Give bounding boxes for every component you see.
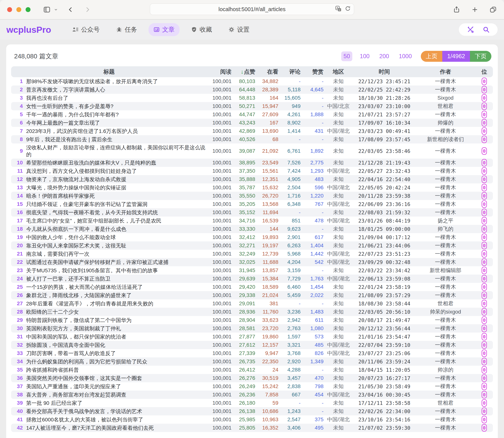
article-title[interactable]: 关于MU5735，我们收到1905条留言。其中有他们的故事 xyxy=(26,266,207,274)
table-row[interactable]: 21 南京城，需要我们再守一次 100,001 32,249 12,739 5,… xyxy=(11,250,493,258)
tab-overview-icon[interactable] xyxy=(489,6,497,13)
article-title[interactable]: 真没想到，西方文化入侵都摸到我们娃娃身边了 xyxy=(26,167,207,175)
sidebar-toggle-button[interactable] xyxy=(43,6,51,13)
reload-icon[interactable] xyxy=(345,6,351,13)
page-size-50[interactable]: 50 xyxy=(341,51,352,61)
table-row[interactable]: 2 普京再发檄文，万字演讲震撼人心 100,001 64,448 28,389 … xyxy=(11,86,493,94)
article-title[interactable]: 刀郎厉害啊，带着一首骂人的歌造反了 xyxy=(26,349,207,357)
column-header-position[interactable]: 位 xyxy=(476,68,493,76)
table-row[interactable]: 37 美国陷入严重通胀，滥印美元的报应来了 100,001 26,249 15,… xyxy=(11,382,493,391)
next-page-button[interactable]: 下页 xyxy=(470,51,491,62)
table-row[interactable]: 26 象群北迁，降雨线北移，大陆国家的盛世来了 100,001 29,338 2… xyxy=(11,291,493,299)
window-close-button[interactable] xyxy=(7,7,12,12)
table-row[interactable]: 5 千年一遇的暴雨，为什么我们年年都有? 100,001 44,747 27,6… xyxy=(11,110,493,119)
column-header-reads[interactable]: 阅读 xyxy=(207,68,232,76)
page-size-100[interactable]: 100 xyxy=(358,51,372,61)
table-row[interactable]: 6 今年网上最蠢的一篇文章出现了 100,001 43,243 167 8,90… xyxy=(11,119,493,127)
article-title[interactable]: 拯救过6000名犹太人的大英雄，被以色列当街宰了 xyxy=(26,416,207,424)
article-title[interactable]: 喜大普奔，商务部宣布对台湾发起贸易调查 xyxy=(26,391,207,399)
table-row[interactable]: 27 28年后重看《灌篮高手》，才明白青春就是用来失败的 100,001 29,… xyxy=(11,299,493,308)
page-size-200[interactable]: 200 xyxy=(377,51,391,61)
article-title[interactable]: 2023年3月，武汉的宾馆住进了1.6万名医护人员 xyxy=(26,127,207,135)
table-row[interactable]: 14 暗杀！伊朗首席核科学家惨死 100,001 35,550 26,720 1… xyxy=(11,192,493,200)
search-icon[interactable] xyxy=(483,26,490,33)
article-title[interactable]: 暗杀！伊朗首席核科学家惨死 xyxy=(26,192,207,200)
table-row[interactable]: 33 刀郎厉害啊，带着一首骂人的歌造反了 100,001 27,339 9,94… xyxy=(11,349,493,357)
article-title[interactable]: 毛主席口中的“女皇”，她官至中组部副部长，儿子仍是农民 xyxy=(26,217,207,225)
article-title[interactable]: 147人被活埋至今，磨7天洋工的美国政府看着他们去死 xyxy=(26,424,207,432)
table-row[interactable]: 31 中国和美国的军队，都只保护国家的统治者 100,001 27,877 19… xyxy=(11,333,493,341)
table-row[interactable]: 12 物资来了，京东物流对上海发动自杀式救援 100,001 35,888 12… xyxy=(11,175,493,183)
tools-icon[interactable] xyxy=(467,26,474,33)
article-title[interactable]: 千年一遇的暴雨，为什么我们年年都有? xyxy=(26,110,207,119)
article-title[interactable]: 那98%不发烧不咳嗽的无症状感染者，放开后离奇消失了 xyxy=(26,77,207,86)
table-row[interactable]: 22 试图通过在美国申请破产保护转移财产后，许家印被正式逮捕 100,001 3… xyxy=(11,258,493,266)
article-title[interactable]: 普京再发檄文，万字演讲震撼人心 xyxy=(26,86,207,94)
article-title[interactable]: 跨省抓捕和跨省抓科普 xyxy=(26,366,207,374)
url-bar[interactable]: localhost:5001/#/all_articles A 文 xyxy=(150,3,354,15)
article-title[interactable]: 28年后重看《灌篮高手》，才明白青春就是用来失败的 xyxy=(26,300,207,308)
article-title[interactable]: 没收私人财产，鼓励言论举报，连癌症病人都制裁，美国你以前可不是这么说的 xyxy=(26,143,207,159)
table-row[interactable]: 41 拯救过6000名犹太人的大英雄，被以色列当街宰了 100,001 25,9… xyxy=(11,416,493,424)
article-title[interactable]: 第一批 90 后已经出家了 xyxy=(26,399,207,407)
nav-item-official-accounts[interactable]: 公众号 xyxy=(67,23,105,36)
nav-item-articles[interactable]: 文章 xyxy=(149,23,180,36)
window-minimize-button[interactable] xyxy=(16,7,21,12)
table-row[interactable]: 3 我再也没有后台了 100,001 58,813 164 15,605 - 未… xyxy=(11,94,493,102)
table-row[interactable]: 13 大曝光，境外势力操纵中国舆论的实锤证据 100,001 35,787 15… xyxy=(11,183,493,192)
nav-item-tasks[interactable]: 任务 xyxy=(111,23,142,36)
table-row[interactable]: 19 中国的救人少年，凭什么不能轰动全球 100,001 32,412 19,8… xyxy=(11,233,493,241)
prev-page-button[interactable]: 上页 xyxy=(421,51,442,62)
nav-item-settings[interactable]: 设置 xyxy=(223,23,255,36)
article-title[interactable]: 彻底失望，气得我一夜睡不着觉，从今天开始我支持武统 xyxy=(26,208,207,217)
table-row[interactable]: 40 看外交部高手关于俄乌战争的发言，学说话的艺术 100,001 26,138… xyxy=(11,407,493,416)
column-header-wow[interactable]: 在看 xyxy=(255,68,278,76)
table-row[interactable]: 32 拆除圆顶，中国清真寺全面中国化 100,001 27,612 12,157… xyxy=(11,341,493,349)
article-title[interactable]: 拆除圆顶，中国清真寺全面中国化 xyxy=(26,341,207,349)
article-title[interactable]: 英国刚表彰完方方，美国就制裁了丁仲礼 xyxy=(26,324,207,333)
article-title[interactable]: 美国陷入严重通胀，滥印美元的报应来了 xyxy=(26,383,207,391)
new-tab-icon[interactable] xyxy=(471,6,478,13)
table-row[interactable]: 7 2023年3月，武汉的宾馆住进了1.6万名医护人员 100,001 42,8… xyxy=(11,127,493,135)
table-row[interactable]: 35 跨省抓捕和跨省抓科普 100,001 26,412 24 4,288 - … xyxy=(11,366,493,374)
article-title[interactable]: 试图通过在美国申请破产保护转移财产后，许家印被正式逮捕 xyxy=(26,258,207,266)
article-title[interactable]: 为什么蚂蚁集团的利润高，因为它把亏损留给了民众 xyxy=(26,358,207,366)
column-header-reward[interactable]: 赞赏 xyxy=(300,68,323,76)
article-title[interactable]: 今年网上最蠢的一篇文章出现了 xyxy=(26,119,207,127)
table-row[interactable]: 10 希望那些给眯眯眼丑妆洗白的媒体和大V，只是纯粹的蠢 100,001 38,… xyxy=(11,159,493,167)
translate-icon[interactable]: A 文 xyxy=(335,5,342,13)
table-row[interactable]: 39 第一批 90 后已经出家了 100,001 26,180 59 - - 未… xyxy=(11,399,493,407)
column-header-comments[interactable]: 评论 xyxy=(278,68,300,76)
table-row[interactable]: 1 那98%不发烧不咳嗽的无症状感染者，放开后离奇消失了 100,001 80,… xyxy=(11,77,493,86)
article-title[interactable]: 美国突然关闭中国外交领事馆，这其实是一个圈套 xyxy=(26,374,207,382)
column-header-author[interactable]: 作者 xyxy=(415,68,476,76)
table-row[interactable]: 20 靠丑化中国人来拿国际艺术大奖，这很无耻 100,001 32,271 19… xyxy=(11,241,493,250)
page-size-1000[interactable]: 1000 xyxy=(397,51,414,61)
article-title[interactable]: 大曝光，境外势力操纵中国舆论的实锤证据 xyxy=(26,184,207,192)
table-row[interactable]: 29 特朗普踢到铁板了，微信成了第二个中国华为 100,001 28,904 3… xyxy=(11,316,493,324)
article-title[interactable]: 南京城，需要我们再守一次 xyxy=(26,250,207,258)
article-title[interactable]: 希望那些给眯眯眼丑妆洗白的媒体和大V，只是纯粹的蠢 xyxy=(26,159,207,167)
window-zoom-button[interactable] xyxy=(26,7,31,12)
table-row[interactable]: 25 一个15岁的男孩，被大而黑心的媒体给活活逼死了 100,001 29,42… xyxy=(11,283,493,291)
article-title[interactable]: 只结婚不领证，住豪宅开豪车的张书记钻了监管漏洞 xyxy=(26,200,207,208)
table-row[interactable]: 38 喜大普奔，商务部宣布对台湾发起贸易调查 100,001 26,236 7,… xyxy=(11,391,493,399)
back-button[interactable] xyxy=(67,6,74,13)
article-title[interactable]: 象群北迁，降雨线北移，大陆国家的盛世来了 xyxy=(26,291,207,299)
article-title[interactable]: 9年后，我还是没有跑出去 | 震后余生 xyxy=(26,135,207,143)
table-row[interactable]: 36 美国突然关闭中国外交领事馆，这其实是一个圈套 100,001 26,276… xyxy=(11,374,493,382)
article-title[interactable]: 中国和美国的军队，都只保护国家的统治者 xyxy=(26,333,207,341)
article-title[interactable]: 女性一生听到的赞美，有多少是羞辱? xyxy=(26,102,207,110)
table-row[interactable]: 16 彻底失望，气得我一夜睡不着觉，从今天开始我支持武统 100,001 35,… xyxy=(11,208,493,217)
table-row[interactable]: 42 147人被活埋至今，磨7天洋工的美国政府看着他们去死 100,001 25… xyxy=(11,424,493,432)
column-header-time[interactable]: 时间 xyxy=(353,68,415,76)
table-row[interactable]: 34 为什么蚂蚁集团的利润高，因为它把亏损留给了民众 100,001 26,73… xyxy=(11,357,493,366)
table-row[interactable]: 23 关于MU5735，我们收到1905条留言。其中有他们的故事 100,001… xyxy=(11,266,493,274)
nav-item-favorites[interactable]: 收藏 xyxy=(186,23,217,36)
article-title[interactable]: 今儿就从头彻底扒一下周冲，看是什么成色 xyxy=(26,225,207,233)
table-row[interactable]: 24 被人打了一巴掌，还手不算正当防卫 100,001 29,639 15,38… xyxy=(11,274,493,283)
table-row[interactable]: 18 今儿就从头彻底扒一下周冲，看是什么成色 100,001 33,330 14… xyxy=(11,225,493,233)
table-row[interactable]: 9 没收私人财产，鼓励言论举报，连癌症病人都制裁，美国你以前可不是这么说的 10… xyxy=(11,143,493,159)
article-title[interactable]: 我再也没有后台了 xyxy=(26,94,207,102)
article-title[interactable]: 靠丑化中国人来拿国际艺术大奖，这很无耻 xyxy=(26,241,207,250)
